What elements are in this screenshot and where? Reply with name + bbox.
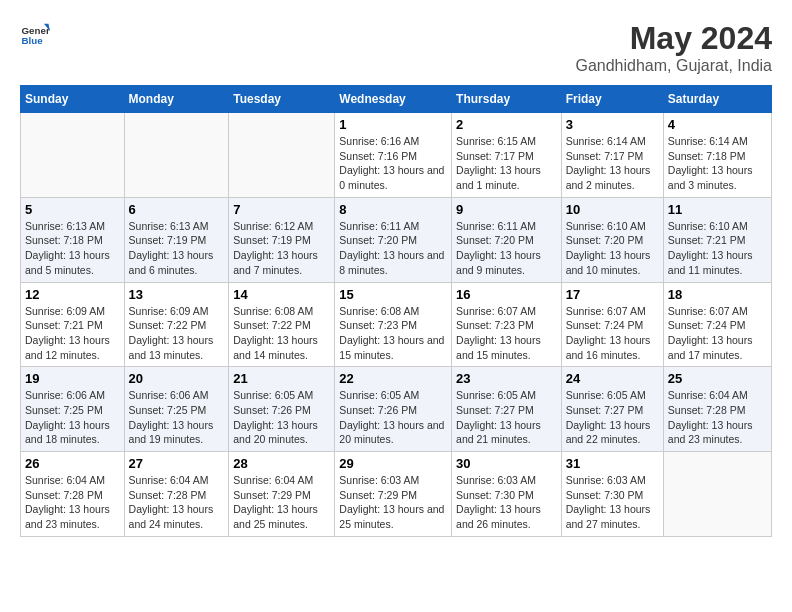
day-info: Sunrise: 6:04 AM Sunset: 7:29 PM Dayligh… <box>233 473 330 532</box>
day-number: 29 <box>339 456 447 471</box>
day-number: 5 <box>25 202 120 217</box>
calendar-cell: 19Sunrise: 6:06 AM Sunset: 7:25 PM Dayli… <box>21 367 125 452</box>
weekday-header-thursday: Thursday <box>452 86 562 113</box>
day-number: 12 <box>25 287 120 302</box>
calendar-cell: 21Sunrise: 6:05 AM Sunset: 7:26 PM Dayli… <box>229 367 335 452</box>
calendar-week-3: 12Sunrise: 6:09 AM Sunset: 7:21 PM Dayli… <box>21 282 772 367</box>
calendar-cell: 24Sunrise: 6:05 AM Sunset: 7:27 PM Dayli… <box>561 367 663 452</box>
calendar-cell: 25Sunrise: 6:04 AM Sunset: 7:28 PM Dayli… <box>663 367 771 452</box>
day-info: Sunrise: 6:09 AM Sunset: 7:21 PM Dayligh… <box>25 304 120 363</box>
day-info: Sunrise: 6:06 AM Sunset: 7:25 PM Dayligh… <box>129 388 225 447</box>
calendar-cell: 13Sunrise: 6:09 AM Sunset: 7:22 PM Dayli… <box>124 282 229 367</box>
day-number: 23 <box>456 371 557 386</box>
day-number: 22 <box>339 371 447 386</box>
svg-text:General: General <box>22 25 51 36</box>
day-number: 24 <box>566 371 659 386</box>
day-info: Sunrise: 6:06 AM Sunset: 7:25 PM Dayligh… <box>25 388 120 447</box>
calendar-week-2: 5Sunrise: 6:13 AM Sunset: 7:18 PM Daylig… <box>21 197 772 282</box>
day-info: Sunrise: 6:16 AM Sunset: 7:16 PM Dayligh… <box>339 134 447 193</box>
calendar-cell: 28Sunrise: 6:04 AM Sunset: 7:29 PM Dayli… <box>229 452 335 537</box>
calendar-cell: 3Sunrise: 6:14 AM Sunset: 7:17 PM Daylig… <box>561 113 663 198</box>
calendar-cell: 29Sunrise: 6:03 AM Sunset: 7:29 PM Dayli… <box>335 452 452 537</box>
header: General Blue May 2024 Gandhidham, Gujara… <box>20 20 772 75</box>
calendar-cell <box>229 113 335 198</box>
day-info: Sunrise: 6:07 AM Sunset: 7:23 PM Dayligh… <box>456 304 557 363</box>
day-info: Sunrise: 6:05 AM Sunset: 7:26 PM Dayligh… <box>339 388 447 447</box>
title-area: May 2024 Gandhidham, Gujarat, India <box>575 20 772 75</box>
day-number: 27 <box>129 456 225 471</box>
day-number: 2 <box>456 117 557 132</box>
calendar-cell: 6Sunrise: 6:13 AM Sunset: 7:19 PM Daylig… <box>124 197 229 282</box>
calendar-cell: 12Sunrise: 6:09 AM Sunset: 7:21 PM Dayli… <box>21 282 125 367</box>
day-number: 21 <box>233 371 330 386</box>
day-info: Sunrise: 6:05 AM Sunset: 7:26 PM Dayligh… <box>233 388 330 447</box>
calendar-cell <box>663 452 771 537</box>
calendar-cell <box>21 113 125 198</box>
day-info: Sunrise: 6:14 AM Sunset: 7:18 PM Dayligh… <box>668 134 767 193</box>
day-number: 8 <box>339 202 447 217</box>
calendar-cell: 31Sunrise: 6:03 AM Sunset: 7:30 PM Dayli… <box>561 452 663 537</box>
day-info: Sunrise: 6:08 AM Sunset: 7:23 PM Dayligh… <box>339 304 447 363</box>
day-number: 20 <box>129 371 225 386</box>
calendar-week-1: 1Sunrise: 6:16 AM Sunset: 7:16 PM Daylig… <box>21 113 772 198</box>
day-number: 28 <box>233 456 330 471</box>
calendar-cell: 15Sunrise: 6:08 AM Sunset: 7:23 PM Dayli… <box>335 282 452 367</box>
day-number: 7 <box>233 202 330 217</box>
calendar-table: SundayMondayTuesdayWednesdayThursdayFrid… <box>20 85 772 537</box>
weekday-header-monday: Monday <box>124 86 229 113</box>
calendar-cell: 5Sunrise: 6:13 AM Sunset: 7:18 PM Daylig… <box>21 197 125 282</box>
day-number: 16 <box>456 287 557 302</box>
calendar-cell: 27Sunrise: 6:04 AM Sunset: 7:28 PM Dayli… <box>124 452 229 537</box>
day-info: Sunrise: 6:03 AM Sunset: 7:29 PM Dayligh… <box>339 473 447 532</box>
day-info: Sunrise: 6:13 AM Sunset: 7:18 PM Dayligh… <box>25 219 120 278</box>
weekday-header-row: SundayMondayTuesdayWednesdayThursdayFrid… <box>21 86 772 113</box>
calendar-cell: 30Sunrise: 6:03 AM Sunset: 7:30 PM Dayli… <box>452 452 562 537</box>
weekday-header-wednesday: Wednesday <box>335 86 452 113</box>
calendar-cell: 1Sunrise: 6:16 AM Sunset: 7:16 PM Daylig… <box>335 113 452 198</box>
day-number: 31 <box>566 456 659 471</box>
calendar-cell: 9Sunrise: 6:11 AM Sunset: 7:20 PM Daylig… <box>452 197 562 282</box>
day-number: 30 <box>456 456 557 471</box>
weekday-header-tuesday: Tuesday <box>229 86 335 113</box>
day-info: Sunrise: 6:10 AM Sunset: 7:21 PM Dayligh… <box>668 219 767 278</box>
day-info: Sunrise: 6:07 AM Sunset: 7:24 PM Dayligh… <box>566 304 659 363</box>
day-info: Sunrise: 6:05 AM Sunset: 7:27 PM Dayligh… <box>456 388 557 447</box>
day-info: Sunrise: 6:12 AM Sunset: 7:19 PM Dayligh… <box>233 219 330 278</box>
day-number: 11 <box>668 202 767 217</box>
day-info: Sunrise: 6:03 AM Sunset: 7:30 PM Dayligh… <box>456 473 557 532</box>
calendar-cell: 23Sunrise: 6:05 AM Sunset: 7:27 PM Dayli… <box>452 367 562 452</box>
day-info: Sunrise: 6:04 AM Sunset: 7:28 PM Dayligh… <box>129 473 225 532</box>
calendar-cell: 22Sunrise: 6:05 AM Sunset: 7:26 PM Dayli… <box>335 367 452 452</box>
day-info: Sunrise: 6:11 AM Sunset: 7:20 PM Dayligh… <box>456 219 557 278</box>
day-number: 3 <box>566 117 659 132</box>
calendar-cell: 26Sunrise: 6:04 AM Sunset: 7:28 PM Dayli… <box>21 452 125 537</box>
day-info: Sunrise: 6:14 AM Sunset: 7:17 PM Dayligh… <box>566 134 659 193</box>
main-title: May 2024 <box>575 20 772 57</box>
day-info: Sunrise: 6:15 AM Sunset: 7:17 PM Dayligh… <box>456 134 557 193</box>
calendar-cell: 7Sunrise: 6:12 AM Sunset: 7:19 PM Daylig… <box>229 197 335 282</box>
day-number: 4 <box>668 117 767 132</box>
logo: General Blue <box>20 20 50 50</box>
day-info: Sunrise: 6:04 AM Sunset: 7:28 PM Dayligh… <box>25 473 120 532</box>
day-info: Sunrise: 6:07 AM Sunset: 7:24 PM Dayligh… <box>668 304 767 363</box>
calendar-body: 1Sunrise: 6:16 AM Sunset: 7:16 PM Daylig… <box>21 113 772 537</box>
day-number: 9 <box>456 202 557 217</box>
calendar-week-5: 26Sunrise: 6:04 AM Sunset: 7:28 PM Dayli… <box>21 452 772 537</box>
day-info: Sunrise: 6:13 AM Sunset: 7:19 PM Dayligh… <box>129 219 225 278</box>
day-number: 10 <box>566 202 659 217</box>
calendar-cell: 17Sunrise: 6:07 AM Sunset: 7:24 PM Dayli… <box>561 282 663 367</box>
day-number: 1 <box>339 117 447 132</box>
calendar-cell: 2Sunrise: 6:15 AM Sunset: 7:17 PM Daylig… <box>452 113 562 198</box>
calendar-cell: 11Sunrise: 6:10 AM Sunset: 7:21 PM Dayli… <box>663 197 771 282</box>
day-info: Sunrise: 6:04 AM Sunset: 7:28 PM Dayligh… <box>668 388 767 447</box>
weekday-header-friday: Friday <box>561 86 663 113</box>
weekday-header-sunday: Sunday <box>21 86 125 113</box>
calendar-week-4: 19Sunrise: 6:06 AM Sunset: 7:25 PM Dayli… <box>21 367 772 452</box>
subtitle: Gandhidham, Gujarat, India <box>575 57 772 75</box>
day-number: 13 <box>129 287 225 302</box>
calendar-cell: 4Sunrise: 6:14 AM Sunset: 7:18 PM Daylig… <box>663 113 771 198</box>
day-number: 6 <box>129 202 225 217</box>
day-number: 25 <box>668 371 767 386</box>
day-number: 19 <box>25 371 120 386</box>
day-number: 14 <box>233 287 330 302</box>
